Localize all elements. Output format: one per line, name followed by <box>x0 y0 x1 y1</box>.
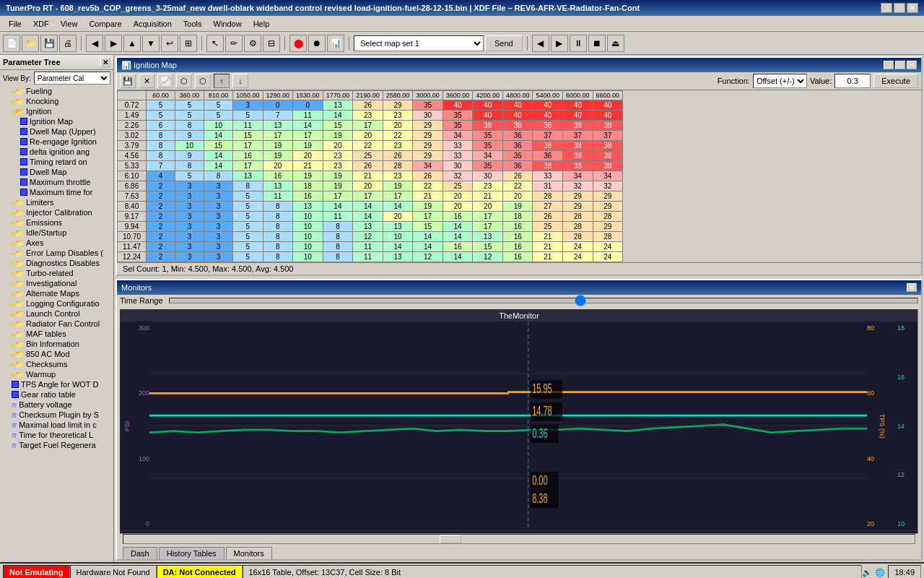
back-btn[interactable]: ◀ <box>86 35 103 52</box>
table-cell[interactable]: 22 <box>383 131 413 141</box>
table-cell[interactable]: 3 <box>175 191 204 202</box>
tree-item[interactable]: ▸📁Limiters <box>0 197 113 207</box>
table-cell[interactable]: 35 <box>413 100 443 111</box>
table-cell[interactable]: 8 <box>147 131 175 141</box>
table-cell[interactable]: 9 <box>175 131 204 141</box>
table-cell[interactable]: 26 <box>353 100 383 111</box>
print-btn[interactable]: 🖨 <box>59 35 77 52</box>
table-cell[interactable]: 40 <box>502 100 533 111</box>
table-row[interactable]: 12.2423358108111312141216212424 <box>118 252 623 262</box>
play-prev-btn[interactable]: ◀ <box>532 35 549 52</box>
table-cell[interactable]: 28 <box>593 212 623 222</box>
table-cell[interactable]: 31 <box>533 181 563 191</box>
tree-item[interactable]: Dwell Map <box>0 167 113 177</box>
table-cell[interactable]: 15 <box>413 222 443 232</box>
table-cell[interactable]: 2 <box>147 191 175 202</box>
menu-tools[interactable]: Tools <box>178 18 208 30</box>
edit-btn[interactable]: ✏ <box>225 35 243 52</box>
table-cell[interactable]: 29 <box>413 141 443 151</box>
table-cell[interactable]: 35 <box>443 111 473 121</box>
table-cell[interactable]: 8 <box>263 222 293 232</box>
menu-acquisition[interactable]: Acquisition <box>128 18 178 30</box>
table-cell[interactable]: 8 <box>233 181 263 191</box>
table-cell[interactable]: 14 <box>413 232 443 242</box>
table-cell[interactable]: 6 <box>147 121 175 131</box>
table-cell[interactable]: 10 <box>293 232 323 242</box>
table-cell[interactable]: 14 <box>383 242 413 252</box>
table-cell[interactable]: 14 <box>204 131 233 141</box>
table-cell[interactable]: 21 <box>293 161 323 171</box>
table-cell[interactable]: 33 <box>443 151 473 161</box>
table-cell[interactable]: 13 <box>323 100 353 111</box>
tree-item[interactable]: delta ignition ang <box>0 147 113 157</box>
table-cell[interactable]: 5 <box>147 100 175 111</box>
table-cell[interactable]: 4 <box>147 171 175 181</box>
table-cell[interactable]: 16 <box>263 171 293 181</box>
table-cell[interactable]: 35 <box>473 141 503 151</box>
table-cell[interactable]: 10 <box>175 141 204 151</box>
forward-btn[interactable]: ▶ <box>105 35 122 52</box>
table-cell[interactable]: 3 <box>204 212 233 222</box>
table-cell[interactable]: 11 <box>233 121 263 131</box>
table-cell[interactable]: 2 <box>147 252 175 262</box>
table-cell[interactable]: 20 <box>443 191 473 202</box>
table-cell[interactable]: 3 <box>175 222 204 232</box>
table-cell[interactable]: 36 <box>533 151 563 161</box>
table-cell[interactable]: 10 <box>293 242 323 252</box>
table-cell[interactable]: 2 <box>147 181 175 191</box>
pause-btn[interactable]: ⏸ <box>570 35 587 52</box>
table-cell[interactable]: 25 <box>533 222 563 232</box>
table-cell[interactable]: 23 <box>473 181 503 191</box>
table-cell[interactable]: 24 <box>593 252 623 262</box>
table-cell[interactable]: 2 <box>147 232 175 242</box>
chart-tool-btn[interactable]: 📈 <box>157 74 173 88</box>
menu-xdf[interactable]: XDF <box>27 18 55 30</box>
tree-item[interactable]: Gear ratio table <box>0 389 113 400</box>
table-cell[interactable]: 29 <box>593 202 623 212</box>
table-cell[interactable]: 40 <box>473 111 503 121</box>
table-cell[interactable]: 8 <box>263 202 293 212</box>
close-tool-btn[interactable]: ✕ <box>139 74 154 88</box>
table-cell[interactable]: 3 <box>204 181 233 191</box>
table-cell[interactable]: 24 <box>563 252 593 262</box>
table-cell[interactable]: 19 <box>502 202 533 212</box>
table-cell[interactable]: 12 <box>353 232 383 242</box>
table-cell[interactable]: 36 <box>502 131 533 141</box>
table-cell[interactable]: 20 <box>323 141 353 151</box>
table-cell[interactable]: 21 <box>533 252 563 262</box>
table-cell[interactable]: 20 <box>473 202 503 212</box>
table-row[interactable]: 9.17233581011142017161718262828 <box>118 212 623 222</box>
table-cell[interactable]: 37 <box>563 131 593 141</box>
table-cell[interactable]: 13 <box>383 222 413 232</box>
table-row[interactable]: 1.49555571114232330354040404040 <box>118 111 623 121</box>
table-cell[interactable]: 14 <box>353 202 383 212</box>
table-cell[interactable]: 14 <box>323 111 353 121</box>
tree-item[interactable]: ▸📁Knocking <box>0 96 113 106</box>
table-cell[interactable]: 8 <box>175 121 204 131</box>
table-cell[interactable]: 29 <box>593 191 623 202</box>
table-cell[interactable]: 3 <box>204 222 233 232</box>
table-cell[interactable]: 17 <box>233 161 263 171</box>
table-cell[interactable]: 29 <box>413 131 443 141</box>
table-row[interactable]: 3.798101517191920222329333536383838 <box>118 141 623 151</box>
table-cell[interactable]: 40 <box>502 111 533 121</box>
table-cell[interactable]: 13 <box>293 202 323 212</box>
table-cell[interactable]: 20 <box>443 202 473 212</box>
table-cell[interactable]: 7 <box>263 111 293 121</box>
table-cell[interactable]: 35 <box>502 151 533 161</box>
h-scrollbar-thumb[interactable] <box>440 535 461 543</box>
tree-item[interactable]: πTime for theoretical L <box>0 430 113 440</box>
table-cell[interactable]: 34 <box>473 151 503 161</box>
table-cell[interactable]: 3 <box>204 191 233 202</box>
table-cell[interactable]: 21 <box>413 191 443 202</box>
ignition-map-close[interactable]: ✕ <box>907 61 917 69</box>
table-cell[interactable]: 19 <box>383 181 413 191</box>
table-cell[interactable]: 20 <box>383 212 413 222</box>
table-cell[interactable]: 38 <box>473 121 503 131</box>
table-cell[interactable]: 24 <box>563 242 593 252</box>
table-cell[interactable]: 3 <box>175 232 204 242</box>
tree-item[interactable]: Timing retard on <box>0 157 113 167</box>
tree-item[interactable]: ▸📁Fueling <box>0 86 113 96</box>
table-cell[interactable]: 11 <box>353 242 383 252</box>
table-cell[interactable]: 8 <box>204 171 233 181</box>
